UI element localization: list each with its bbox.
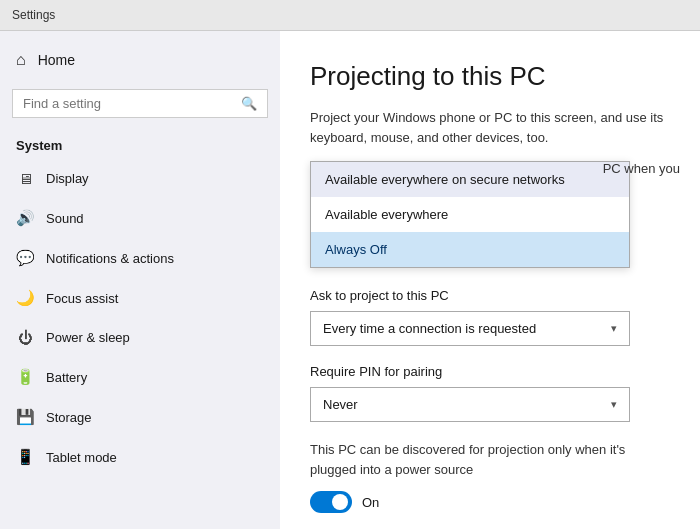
sidebar-section-title: System <box>0 126 280 159</box>
sidebar-item-tablet[interactable]: 📱 Tablet mode <box>0 437 280 477</box>
dropdown-open[interactable]: Available everywhere on secure networks … <box>310 161 630 268</box>
display-icon: 🖥 <box>16 170 34 187</box>
notifications-icon: 💬 <box>16 249 34 267</box>
home-icon: ⌂ <box>16 51 26 69</box>
chevron-down-icon-2: ▾ <box>611 398 617 411</box>
sound-icon: 🔊 <box>16 209 34 227</box>
dropdown-option-secure[interactable]: Available everywhere on secure networks <box>311 162 629 197</box>
dropdown-container: Available everywhere on secure networks … <box>310 161 670 268</box>
overflow-text: PC when you <box>603 161 680 176</box>
dropdown-option-everywhere[interactable]: Available everywhere <box>311 197 629 232</box>
sidebar-item-notifications[interactable]: 💬 Notifications & actions <box>0 238 280 278</box>
search-icon: 🔍 <box>241 96 257 111</box>
dropdown-option-off[interactable]: Always Off <box>311 232 629 267</box>
sidebar-item-focus[interactable]: 🌙 Focus assist <box>0 278 280 318</box>
sidebar-item-power[interactable]: ⏻ Power & sleep <box>0 318 280 357</box>
sidebar: ⌂ Home 🔍 System 🖥 Display 🔊 Sound 💬 Noti… <box>0 31 280 529</box>
sidebar-item-label: Power & sleep <box>46 330 130 345</box>
sidebar-item-label: Notifications & actions <box>46 251 174 266</box>
power-icon: ⏻ <box>16 329 34 346</box>
pin-value: Never <box>323 397 358 412</box>
sidebar-item-label: Battery <box>46 370 87 385</box>
pin-label: Require PIN for pairing <box>310 364 670 379</box>
battery-icon: 🔋 <box>16 368 34 386</box>
toggle-label: On <box>362 495 379 510</box>
ask-label: Ask to project to this PC <box>310 288 670 303</box>
sidebar-item-label: Focus assist <box>46 291 118 306</box>
title-bar: Settings <box>0 0 700 31</box>
search-box[interactable]: 🔍 <box>12 89 268 118</box>
sidebar-item-display[interactable]: 🖥 Display <box>0 159 280 198</box>
plug-description: This PC can be discovered for projection… <box>310 440 670 479</box>
description: Project your Windows phone or PC to this… <box>310 108 670 147</box>
title-bar-label: Settings <box>12 8 55 22</box>
sidebar-item-label: Storage <box>46 410 92 425</box>
sidebar-item-sound[interactable]: 🔊 Sound <box>0 198 280 238</box>
sidebar-item-label: Tablet mode <box>46 450 117 465</box>
sidebar-item-battery[interactable]: 🔋 Battery <box>0 357 280 397</box>
ask-value: Every time a connection is requested <box>323 321 536 336</box>
pin-section: Require PIN for pairing Never ▾ <box>310 364 670 422</box>
search-input[interactable] <box>23 96 241 111</box>
tablet-icon: 📱 <box>16 448 34 466</box>
sidebar-home-label: Home <box>38 52 75 68</box>
app-body: ⌂ Home 🔍 System 🖥 Display 🔊 Sound 💬 Noti… <box>0 31 700 529</box>
focus-icon: 🌙 <box>16 289 34 307</box>
chevron-down-icon: ▾ <box>611 322 617 335</box>
toggle-row: On <box>310 491 670 513</box>
main-content: Projecting to this PC Project your Windo… <box>280 31 700 529</box>
sidebar-item-label: Display <box>46 171 89 186</box>
sidebar-item-home[interactable]: ⌂ Home <box>0 39 280 81</box>
page-title: Projecting to this PC <box>310 61 670 92</box>
ask-select[interactable]: Every time a connection is requested ▾ <box>310 311 630 346</box>
storage-icon: 💾 <box>16 408 34 426</box>
power-toggle[interactable] <box>310 491 352 513</box>
sidebar-item-label: Sound <box>46 211 84 226</box>
sidebar-item-storage[interactable]: 💾 Storage <box>0 397 280 437</box>
pin-select[interactable]: Never ▾ <box>310 387 630 422</box>
